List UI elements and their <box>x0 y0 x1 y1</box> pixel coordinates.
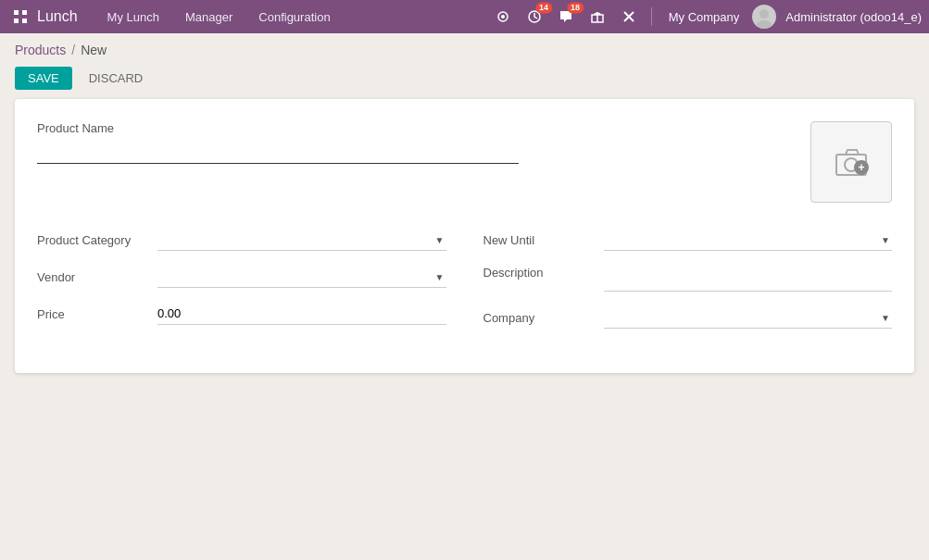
breadcrumb-separator: / <box>71 43 75 57</box>
breadcrumb-parent[interactable]: Products <box>15 43 66 57</box>
user-name[interactable]: Administrator (odoo14_e) <box>785 10 922 24</box>
clock-icon-btn[interactable]: 14 <box>521 6 547 28</box>
product-name-row: Product Name + <box>37 121 892 203</box>
product-category-label: Product Category <box>37 233 157 247</box>
chat-icon-btn[interactable]: 18 <box>553 6 579 28</box>
description-group: Description <box>483 266 893 292</box>
avatar <box>752 5 776 29</box>
app-name: Lunch <box>37 8 78 25</box>
svg-rect-3 <box>22 19 27 23</box>
product-category-group: Product Category ▼ <box>37 229 446 251</box>
svg-point-12 <box>757 20 772 29</box>
topnav-icons: 14 18 My Company Administrator (odoo14_e… <box>490 5 922 29</box>
product-name-input[interactable] <box>37 141 519 164</box>
new-until-select[interactable] <box>604 229 893 251</box>
product-category-select-wrap: ▼ <box>157 229 446 251</box>
product-name-section: Product Name <box>37 121 792 164</box>
nav-my-lunch[interactable]: My Lunch <box>96 5 170 30</box>
new-until-label: New Until <box>483 233 604 247</box>
gift-icon-btn[interactable] <box>584 6 610 28</box>
bug-icon-btn[interactable] <box>490 6 516 28</box>
price-group: Price <box>37 303 446 325</box>
company-select[interactable] <box>604 306 893 329</box>
product-name-label: Product Name <box>37 121 792 135</box>
tools-icon-btn[interactable] <box>616 6 642 28</box>
chat-badge: 18 <box>567 2 584 13</box>
action-bar: SAVE DISCARD <box>0 63 929 99</box>
description-input[interactable] <box>604 266 893 292</box>
svg-rect-1 <box>22 10 27 15</box>
new-until-select-wrap: ▼ <box>604 229 893 251</box>
product-category-select[interactable] <box>157 229 446 251</box>
image-upload[interactable]: + <box>810 121 892 203</box>
nav-configuration[interactable]: Configuration <box>247 5 341 30</box>
nav-divider <box>651 7 652 26</box>
grid-menu-icon[interactable] <box>7 4 33 30</box>
company-group: Company ▼ <box>483 306 893 329</box>
price-label: Price <box>37 307 157 321</box>
vendor-select[interactable] <box>157 266 446 288</box>
form-col-left: Product Category ▼ Vendor ▼ <box>37 229 446 343</box>
svg-point-11 <box>760 9 769 19</box>
company-label: Company <box>483 311 604 325</box>
form-card: Product Name + Product Category <box>15 99 914 373</box>
svg-rect-2 <box>14 19 19 23</box>
topnav-menu: My Lunch Manager Configuration <box>96 5 490 30</box>
camera-icon-wrap: + <box>834 147 869 177</box>
new-until-group: New Until ▼ <box>483 229 893 251</box>
spacer <box>483 292 893 306</box>
company-name[interactable]: My Company <box>669 10 740 24</box>
nav-manager[interactable]: Manager <box>174 5 244 30</box>
company-select-wrap: ▼ <box>604 306 893 329</box>
vendor-group: Vendor ▼ <box>37 266 446 288</box>
save-button[interactable]: SAVE <box>15 67 72 90</box>
add-photo-circle: + <box>854 160 869 175</box>
form-fields-grid: Product Category ▼ Vendor ▼ <box>37 229 892 343</box>
svg-rect-0 <box>14 10 19 15</box>
description-label: Description <box>483 266 604 280</box>
discard-button[interactable]: DISCARD <box>80 67 153 90</box>
svg-point-5 <box>501 15 505 19</box>
vendor-select-wrap: ▼ <box>157 266 446 288</box>
vendor-label: Vendor <box>37 270 157 284</box>
clock-badge: 14 <box>535 2 552 13</box>
topnav: Lunch My Lunch Manager Configuration 14 … <box>0 0 929 33</box>
breadcrumb: Products / New <box>0 33 929 63</box>
form-col-right: New Until ▼ Description Company <box>483 229 893 343</box>
breadcrumb-current: New <box>81 43 107 57</box>
price-input[interactable] <box>157 303 446 325</box>
